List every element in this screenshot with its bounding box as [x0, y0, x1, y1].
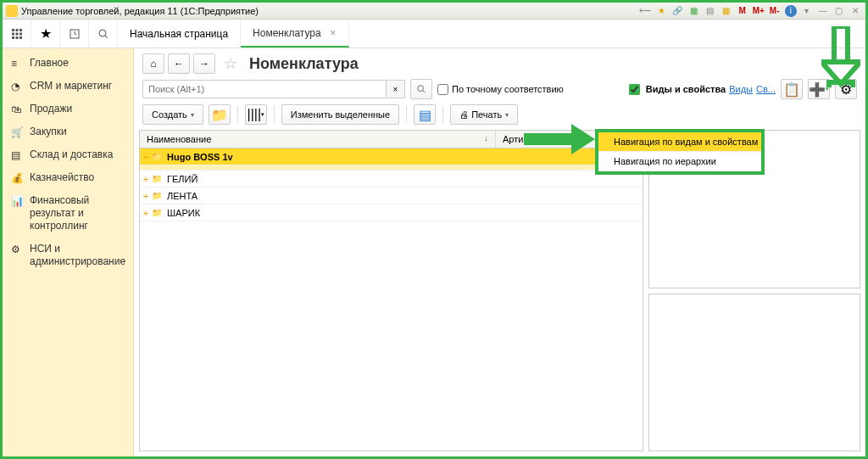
m-minus-icon[interactable]: M-: [769, 5, 781, 17]
main-area: ⌂ ← → ☆ Номенклатура × По точному соотве…: [134, 48, 865, 456]
row-expand-icon[interactable]: −: [140, 152, 152, 162]
tab-home[interactable]: Начальная страница: [118, 20, 241, 48]
svg-point-12: [418, 86, 424, 92]
sidebar-item-purchases[interactable]: 🛒 Закупки: [3, 120, 133, 143]
folder-icon: 📁: [152, 208, 164, 217]
calc-icon[interactable]: ▤: [704, 5, 715, 17]
types-link[interactable]: Виды: [729, 84, 753, 94]
sidebar-item-treasury[interactable]: 💰 Казначейство: [3, 166, 133, 189]
table-row[interactable]: + 📁 ГЕЛИЙ: [140, 171, 643, 188]
svg-rect-8: [19, 36, 22, 39]
svg-point-10: [99, 30, 106, 36]
sidebar-item-crm[interactable]: ◔ CRM и маркетинг: [3, 75, 133, 98]
star-tool-icon[interactable]: ★: [31, 20, 60, 48]
folder-icon: 📁: [152, 152, 164, 161]
m-icon[interactable]: M: [737, 5, 748, 17]
chart-icon: 📊: [11, 195, 23, 207]
minimize-icon[interactable]: —: [817, 5, 829, 17]
gear-icon: ⚙: [11, 243, 23, 255]
folder-icon: 📁: [152, 191, 164, 200]
print-button[interactable]: 🖨 Печать▾: [450, 104, 518, 125]
folder-icon: 📁: [152, 174, 164, 183]
right-panels: [648, 130, 860, 451]
search-input-wrap: ×: [142, 80, 405, 98]
system-icons: ⟵ ★ 🔗 ▦ ▤ ▦ M M+ M- i ▾ — ▢ ✕: [638, 5, 862, 17]
svg-rect-5: [19, 32, 22, 35]
forward-button[interactable]: →: [193, 53, 215, 74]
data-grid: Наименование ↓ Артикул − 📁 Hugo BOSS 1v: [139, 130, 643, 451]
search-clear-icon[interactable]: ×: [387, 80, 405, 98]
barcode-button[interactable]: ||||▾: [245, 104, 267, 125]
tab-nomenclature[interactable]: Номенклатура ✕: [241, 20, 349, 48]
grid-body[interactable]: − 📁 Hugo BOSS 1v + 📁 ГЕЛИЙ + 📁 ЛЕНТА: [140, 148, 643, 451]
menu-icon[interactable]: ▾: [801, 5, 813, 17]
boxes-icon: ▤: [11, 149, 23, 161]
title-bar: Управление торговлей, редакция 11 (1С:Пр…: [3, 3, 865, 20]
home-button[interactable]: ⌂: [142, 53, 164, 74]
print-icon: 🖨: [459, 109, 469, 120]
svg-rect-14: [524, 133, 571, 145]
properties-link[interactable]: Св...: [756, 84, 776, 94]
star-icon[interactable]: ★: [655, 5, 667, 17]
maximize-icon[interactable]: ▢: [833, 5, 845, 17]
calendar-icon[interactable]: ▦: [721, 5, 732, 17]
favorite-icon[interactable]: ☆: [224, 54, 237, 73]
change-selected-button[interactable]: Изменить выделенные: [281, 104, 399, 125]
row-expand-icon[interactable]: +: [140, 208, 152, 218]
row-expand-icon[interactable]: +: [140, 191, 152, 201]
back-button[interactable]: ←: [168, 53, 190, 74]
nav-icon[interactable]: ⟵: [639, 5, 651, 17]
col-name-header[interactable]: Наименование ↓: [140, 131, 496, 148]
m-plus-icon[interactable]: M+: [753, 5, 765, 17]
svg-rect-1: [15, 29, 18, 31]
grid-menu-icon[interactable]: [3, 20, 31, 48]
bottom-right-pane: [648, 294, 860, 452]
info-icon[interactable]: i: [785, 5, 797, 17]
create-group-button[interactable]: 📁: [209, 104, 231, 125]
history-icon[interactable]: [60, 20, 89, 48]
sidebar-item-finance[interactable]: 📊 Финансовый результат и контроллинг: [3, 189, 133, 238]
svg-rect-16: [834, 26, 848, 62]
close-icon[interactable]: ✕: [849, 5, 861, 17]
app-icon: [6, 5, 18, 17]
sidebar-item-nsi[interactable]: ⚙ НСИ и администрирование: [3, 238, 133, 273]
sidebar: ≡ Главное ◔ CRM и маркетинг 🛍 Продажи 🛒 …: [3, 48, 134, 456]
menu-item-nav-types[interactable]: Навигация по видам и свойствам: [598, 132, 761, 152]
tab-bar: ★ Начальная страница Номенклатура ✕: [3, 20, 865, 48]
money-icon: 💰: [11, 172, 23, 184]
menu-item-nav-hierarchy[interactable]: Навигация по иерархии: [598, 152, 761, 171]
annotation-arrow-right: [524, 124, 595, 158]
window-title: Управление торговлей, редакция 11 (1С:Пр…: [21, 6, 259, 16]
sort-indicator-icon: ↓: [485, 134, 489, 144]
search-tool-icon[interactable]: [89, 20, 118, 48]
sidebar-item-sales[interactable]: 🛍 Продажи: [3, 98, 133, 120]
search-input[interactable]: [142, 80, 387, 98]
svg-rect-0: [12, 29, 14, 31]
link-icon[interactable]: 🔗: [671, 5, 683, 17]
svg-rect-2: [19, 29, 22, 31]
row-expand-icon[interactable]: +: [140, 174, 152, 184]
svg-rect-6: [12, 36, 14, 39]
annotation-arrow-down: [821, 26, 860, 91]
table-row[interactable]: + 📁 ЛЕНТА: [140, 188, 643, 204]
svg-line-13: [423, 91, 426, 93]
pie-icon: ◔: [11, 81, 23, 92]
create-button[interactable]: Создать▾: [142, 104, 203, 125]
svg-marker-15: [571, 124, 595, 154]
magnifier-button[interactable]: [410, 79, 432, 99]
tools-icon[interactable]: ▦: [687, 5, 699, 17]
list-mode-button[interactable]: ▤: [414, 104, 436, 125]
navigation-menu: Навигация по видам и свойствам Навигация…: [595, 129, 765, 175]
copy-button[interactable]: 📋: [781, 79, 803, 99]
sidebar-item-main[interactable]: ≡ Главное: [3, 52, 133, 75]
sidebar-item-warehouse[interactable]: ▤ Склад и доставка: [3, 143, 133, 166]
svg-rect-7: [15, 36, 18, 39]
cart-icon: 🛒: [11, 126, 23, 138]
tab-close-icon[interactable]: ✕: [330, 29, 337, 37]
svg-rect-3: [12, 32, 14, 35]
svg-line-11: [105, 36, 108, 38]
exact-match-checkbox[interactable]: По точному соответствию: [437, 84, 564, 95]
bag-icon: 🛍: [11, 104, 23, 115]
table-row[interactable]: + 📁 ШАРИК: [140, 204, 643, 221]
types-properties-checkbox[interactable]: Виды и свойства Виды Св...: [626, 81, 776, 98]
